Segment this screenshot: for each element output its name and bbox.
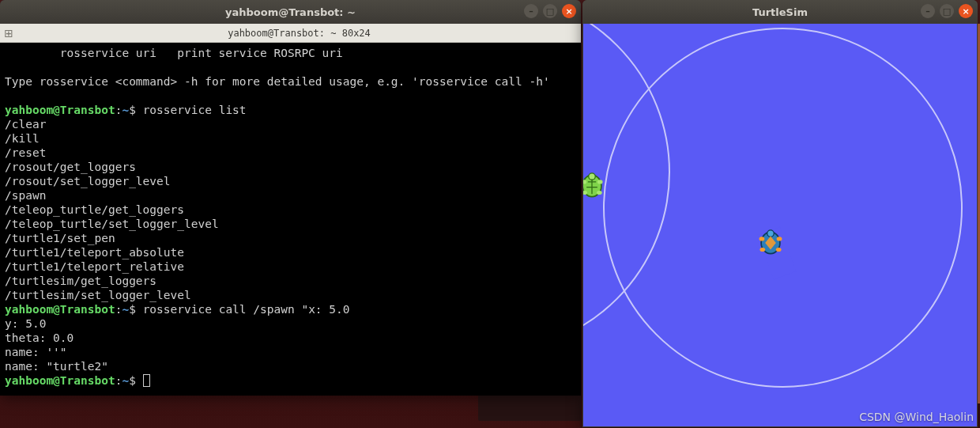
svg-point-8 — [760, 237, 765, 241]
term-line: theta: 0.0 — [5, 331, 74, 344]
terminal-window: yahboom@Transbot: ~ – □ × ⊞ yahboom@Tran… — [0, 0, 581, 396]
minimize-button[interactable]: – — [524, 4, 538, 18]
terminal-titlebar[interactable]: yahboom@Transbot: ~ – □ × — [0, 0, 581, 24]
svg-point-7 — [767, 230, 775, 237]
term-line: name: "turtle2" — [5, 360, 108, 373]
turtlesim-titlebar[interactable]: TurtleSim – □ × — [582, 0, 978, 24]
turtlesim-title: TurtleSim — [752, 6, 808, 18]
svg-point-11 — [776, 248, 782, 252]
term-line: /turtlesim/set_logger_level — [5, 289, 191, 301]
term-command: rosservice call /spawn "x: 5.0 — [143, 303, 350, 316]
minimize-icon: – — [925, 6, 930, 17]
svg-point-10 — [760, 248, 765, 252]
prompt-dollar: $ — [129, 374, 142, 387]
terminal-tabbar: ⊞ yahboom@Transbot: ~ 80x24 — [0, 24, 581, 43]
prompt-path: ~ — [122, 374, 129, 387]
terminal-window-controls: – □ × — [524, 4, 576, 18]
cursor-icon — [143, 374, 150, 387]
term-line: rosservice uri print service ROSRPC uri — [5, 47, 343, 59]
maximize-button[interactable]: □ — [940, 4, 954, 18]
new-tab-button[interactable]: ⊞ — [0, 27, 17, 40]
term-line: /kill — [5, 132, 40, 145]
svg-point-1 — [589, 173, 596, 180]
term-line: /teleop_turtle/set_logger_level — [5, 218, 219, 230]
terminal-body[interactable]: rosservice uri print service ROSRPC uri … — [0, 43, 581, 396]
term-line: /reset — [5, 146, 46, 159]
term-line: /turtle1/teleport_absolute — [5, 246, 184, 259]
close-icon: × — [962, 6, 969, 17]
minimize-icon: – — [529, 6, 533, 17]
prompt-dollar: $ — [129, 104, 142, 116]
term-line: /turtle1/teleport_relative — [5, 260, 184, 273]
desktop: yahboom@Transbot: ~ – □ × ⊞ yahboom@Tran… — [0, 0, 980, 428]
term-line: name: ''" — [5, 346, 67, 358]
prompt-path: ~ — [122, 104, 129, 116]
close-icon: × — [565, 6, 572, 17]
prompt-user: yahboom@Transbot — [5, 303, 115, 316]
close-button[interactable]: × — [562, 4, 576, 18]
term-command: rosservice list — [143, 104, 247, 116]
term-line: y: 5.0 — [5, 317, 46, 330]
close-button[interactable]: × — [959, 4, 973, 18]
turtlesim-canvas[interactable] — [583, 24, 977, 426]
turtle1-icon — [583, 172, 605, 199]
term-line: /turtlesim/get_loggers — [5, 275, 156, 287]
maximize-icon: □ — [943, 6, 951, 17]
term-line: Type rosservice <command> -h for more de… — [5, 75, 550, 88]
turtlesim-window-controls: – □ × — [921, 4, 973, 18]
terminal-tab-title[interactable]: yahboom@Transbot: ~ 80x24 — [17, 28, 581, 39]
prompt-path: ~ — [122, 303, 129, 316]
turtlesim-window: TurtleSim – □ × — [582, 0, 978, 427]
svg-point-5 — [597, 191, 602, 195]
term-line: /rosout/get_loggers — [5, 161, 136, 173]
turtle2-icon — [757, 229, 784, 256]
term-line: /clear — [5, 118, 46, 131]
prompt-user: yahboom@Transbot — [5, 104, 115, 116]
prompt-dollar: $ — [129, 303, 142, 316]
maximize-button[interactable]: □ — [543, 4, 557, 18]
svg-point-9 — [777, 237, 782, 241]
watermark: CSDN @Wind_Haolin — [859, 411, 974, 423]
term-line: /rosout/set_logger_level — [5, 175, 171, 187]
term-line: /turtle1/set_pen — [5, 232, 115, 244]
term-line: /spawn — [5, 189, 46, 202]
term-line: /teleop_turtle/get_loggers — [5, 203, 184, 216]
minimize-button[interactable]: – — [921, 4, 935, 18]
terminal-title: yahboom@Transbot: ~ — [225, 6, 356, 18]
prompt-user: yahboom@Transbot — [5, 374, 115, 387]
svg-point-3 — [597, 180, 603, 184]
maximize-icon: □ — [546, 6, 554, 17]
